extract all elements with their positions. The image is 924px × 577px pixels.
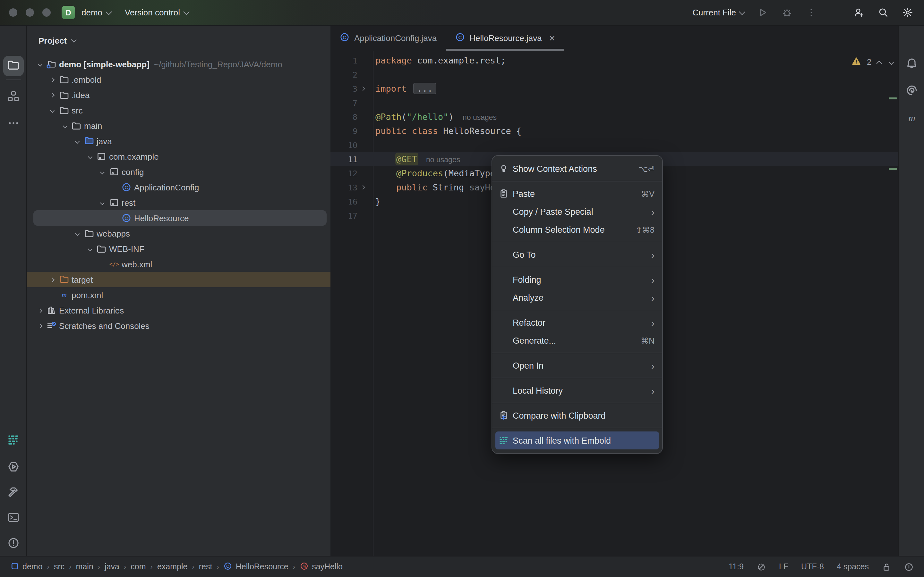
breadcrumb-item-example[interactable]: example (157, 562, 188, 571)
code-line-3[interactable]: 3import ... (330, 81, 898, 95)
next-problem-icon[interactable] (889, 60, 894, 65)
menu-item-generate[interactable]: Generate...⌘N (492, 332, 662, 350)
breadcrumb-item-sayHello[interactable]: msayHello (300, 561, 342, 572)
tree-item-java[interactable]: java (27, 133, 330, 149)
tree-item-HelloResource[interactable]: CHelloResource (27, 210, 330, 226)
tree-item-.idea[interactable]: .idea (27, 87, 330, 103)
run-configuration-widget[interactable]: Current File (692, 8, 744, 17)
maximize-window-button[interactable] (42, 8, 51, 17)
menu-item-scan-all-files-with-embold[interactable]: Scan all files with Embold (495, 432, 659, 450)
file-encoding[interactable]: UTF-8 (801, 562, 824, 571)
tree-item-config[interactable]: config (27, 164, 330, 179)
tree-item-Scratches[interactable]: Scratches and Consoles (27, 318, 330, 334)
code-with-me-icon[interactable] (852, 6, 865, 19)
breadcrumb-item-rest[interactable]: rest (199, 562, 212, 571)
minimize-window-button[interactable] (26, 8, 34, 17)
chevron-right-icon[interactable] (47, 93, 57, 97)
menu-item-copy-paste-special[interactable]: Copy / Paste Special› (492, 203, 662, 221)
more-tool-windows-button[interactable] (3, 114, 24, 135)
inspections-widget-icon[interactable] (904, 562, 914, 572)
chevron-down-icon[interactable] (60, 124, 70, 127)
window-controls[interactable] (9, 8, 51, 17)
chevron-down-icon[interactable] (97, 201, 107, 204)
caret-position[interactable]: 11:9 (729, 562, 744, 571)
menu-item-column-selection-mode[interactable]: Column Selection Mode⇧⌘8 (492, 221, 662, 239)
close-icon[interactable]: ✕ (549, 34, 556, 43)
menu-item-analyze[interactable]: Analyze› (492, 288, 662, 306)
inspections-widget[interactable]: 2 (851, 56, 893, 68)
project-panel-header[interactable]: Project (27, 26, 330, 47)
chevron-right-icon[interactable] (35, 324, 45, 327)
ai-assistant-button[interactable] (901, 81, 922, 102)
menu-item-open-in[interactable]: Open In› (492, 356, 662, 374)
embold-tool-window-button[interactable] (3, 431, 24, 451)
tree-item-ApplicationConfig[interactable]: CApplicationConfig (27, 179, 330, 195)
tree-item-web.xml[interactable]: </>web.xml (27, 256, 330, 272)
menu-item-go-to[interactable]: Go To› (492, 245, 662, 263)
chevron-right-icon[interactable] (47, 78, 57, 81)
code-line-1[interactable]: 1package com.example.rest; (330, 53, 898, 67)
tree-item-com.example[interactable]: com.example (27, 149, 330, 164)
run-icon[interactable] (756, 6, 769, 19)
chevron-down-icon[interactable] (72, 139, 82, 143)
tree-item-.embold[interactable]: .embold (27, 72, 330, 87)
writable-status-icon[interactable] (882, 562, 891, 572)
chevron-down-icon[interactable] (47, 109, 57, 112)
problems-tool-window-button[interactable] (3, 534, 24, 554)
search-everywhere-icon[interactable] (877, 6, 889, 19)
chevron-right-icon[interactable] (35, 309, 45, 312)
close-window-button[interactable] (9, 8, 17, 17)
notifications-button[interactable] (901, 55, 922, 75)
more-actions-icon[interactable] (804, 6, 817, 19)
structure-tool-window-button[interactable] (3, 87, 24, 108)
fold-arrow-icon[interactable] (357, 186, 368, 189)
breadcrumb-item-src[interactable]: src (54, 562, 65, 571)
menu-item-refactor[interactable]: Refactor› (492, 314, 662, 332)
breadcrumb-item-java[interactable]: java (105, 562, 120, 571)
project-tool-window-button[interactable] (3, 56, 24, 76)
chevron-right-icon[interactable] (47, 278, 57, 281)
menu-item-compare-with-clipboard[interactable]: Compare with Clipboard (492, 406, 662, 424)
tree-item-main[interactable]: main (27, 118, 330, 133)
vcs-widget[interactable]: Version control (125, 8, 188, 17)
project-widget[interactable]: demo (81, 8, 111, 17)
breadcrumb-item-main[interactable]: main (76, 562, 94, 571)
code-line-10[interactable]: 10 (330, 138, 898, 152)
chevron-down-icon[interactable] (85, 247, 95, 250)
breadcrumb-item-HelloResource[interactable]: CHelloResource (224, 561, 288, 572)
code-line-2[interactable]: 2 (330, 67, 898, 81)
settings-gear-icon[interactable] (901, 6, 914, 19)
tree-item-External[interactable]: External Libraries (27, 303, 330, 318)
code-line-9[interactable]: 9public class HelloResource { (330, 124, 898, 138)
services-tool-window-button[interactable] (3, 458, 24, 478)
tree-item-src[interactable]: src (27, 103, 330, 118)
tree-item-pom.xml[interactable]: mpom.xml (27, 287, 330, 303)
menu-item-show-context-actions[interactable]: Show Context Actions⌥⏎ (492, 160, 662, 177)
highlighting-level-icon[interactable] (756, 562, 766, 572)
debug-icon[interactable] (780, 6, 793, 19)
code-line-8[interactable]: 8@Path("/hello")no usages (330, 110, 898, 124)
code-line-7[interactable]: 7 (330, 95, 898, 110)
line-separator[interactable]: LF (779, 562, 788, 571)
tree-item-webapps[interactable]: webapps (27, 226, 330, 241)
chevron-down-icon[interactable] (85, 155, 95, 158)
breadcrumb-item-demo[interactable]: demo (10, 561, 43, 572)
chevron-down-icon[interactable] (35, 63, 45, 66)
terminal-tool-window-button[interactable] (3, 508, 24, 529)
editor-tab-ApplicationConfig.java[interactable]: CApplicationConfig.java (330, 26, 446, 51)
menu-item-local-history[interactable]: Local History› (492, 382, 662, 400)
build-tool-window-button[interactable] (3, 483, 24, 503)
tree-item-rest[interactable]: rest (27, 195, 330, 210)
fold-arrow-icon[interactable] (357, 87, 368, 90)
breadcrumb-item-com[interactable]: com (131, 562, 145, 571)
tree-item-target[interactable]: target (27, 272, 330, 287)
chevron-down-icon[interactable] (72, 232, 82, 235)
chevron-down-icon[interactable] (97, 170, 107, 173)
tree-item-WEB-INF[interactable]: WEB-INF (27, 241, 330, 256)
tree-item-demo[interactable]: demo [simple-webapp]~/github/Testing_Rep… (27, 56, 330, 72)
menu-item-paste[interactable]: Paste⌘V (492, 185, 662, 203)
editor-tab-HelloResource.java[interactable]: CHelloResource.java✕ (446, 26, 564, 51)
maven-tool-window-button[interactable]: m (901, 109, 922, 129)
indent-style[interactable]: 4 spaces (837, 562, 869, 571)
previous-problem-icon[interactable] (877, 61, 882, 66)
